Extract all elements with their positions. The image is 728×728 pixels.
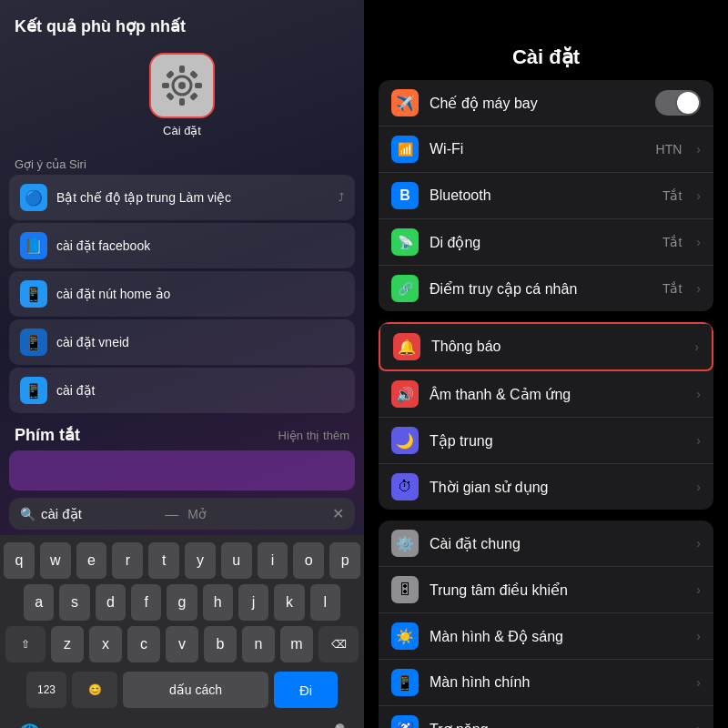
airplane-row[interactable]: ✈️ Chế độ máy bay [379,80,713,126]
focus-arrow: › [696,433,701,448]
key-u[interactable]: u [221,542,252,579]
key-h[interactable]: h [203,584,233,621]
clear-icon[interactable]: ✕ [332,505,344,522]
general-row[interactable]: ⚙️ Cài đặt chung › [379,521,713,567]
key-p[interactable]: p [329,542,360,579]
key-b[interactable]: b [204,626,237,662]
key-m[interactable]: m [280,626,313,662]
delete-key[interactable]: ⌫ [318,626,359,662]
key-j[interactable]: j [238,584,268,621]
focus-label: Tập trung [430,432,685,450]
suggestion-text-1: cài đặt facebook [56,238,344,253]
suggestion-icon-2: 📱 [20,280,47,308]
numbers-key[interactable]: 123 [26,672,66,708]
key-i[interactable]: i [258,542,288,579]
key-n[interactable]: n [242,626,275,662]
mobile-arrow: › [696,235,701,249]
notifications-section: 🔔 Thông báo › 🔊 Âm thanh & Cảm ứng › 🌙 T… [379,322,713,510]
wifi-value: HTN [656,142,682,157]
suggestion-icon-0: 🔵 [20,184,47,211]
suggestion-icon-4: 📱 [20,377,47,404]
search-bar[interactable]: 🔍 cài đặt — Mở ✕ [9,498,355,530]
control-icon: 🎛 [391,576,419,603]
notifications-row[interactable]: 🔔 Thông báo › [379,322,713,371]
sounds-row[interactable]: 🔊 Âm thanh & Cảm ứng › [379,371,713,418]
key-y[interactable]: y [185,542,216,579]
suggestion-item-3[interactable]: 📱 cài đặt vneid [9,319,355,365]
accessibility-arrow: › [696,722,701,728]
control-label: Trung tâm điều khiển [430,581,685,599]
key-x[interactable]: x [89,626,122,662]
hotspot-label: Điểm truy cập cá nhân [430,280,652,298]
screentime-row[interactable]: ⏱ Thời gian sử dụng › [379,464,713,510]
accessibility-icon: ♿ [391,715,419,728]
screentime-label: Thời gian sử dụng [430,479,685,496]
mobile-row[interactable]: 📡 Di động Tắt › [379,219,713,266]
settings-app-icon[interactable] [149,53,215,118]
key-e[interactable]: e [76,542,107,579]
keyboard-row-3: ⇧ z x c v b n m ⌫ [4,626,360,662]
suggestion-item-4[interactable]: 📱 cài đặt [9,368,355,413]
control-row[interactable]: 🎛 Trung tâm điều khiển › [379,567,713,613]
mic-icon[interactable]: 🎤 [323,723,346,728]
display-icon: ☀️ [391,622,419,650]
sounds-arrow: › [696,387,701,401]
suggestion-item-1[interactable]: 📘 cài đặt facebook [9,223,355,268]
left-panel: Kết quả phù hợp nhất [0,0,364,728]
wifi-arrow: › [696,142,701,157]
emoji-key[interactable]: 😊 [72,672,117,708]
key-l[interactable]: l [310,584,340,621]
key-z[interactable]: z [51,626,84,662]
key-w[interactable]: w [40,542,71,579]
key-s[interactable]: s [59,584,89,621]
airplane-label: Chế độ máy bay [430,95,644,112]
hotspot-row[interactable]: 🔗 Điểm truy cập cá nhân Tắt › [379,266,713,311]
best-result-item[interactable]: Cài đặt [0,44,364,150]
svg-point-2 [178,82,186,89]
accessibility-row[interactable]: ♿ Trợ năng › [379,706,713,728]
display-label: Màn hình & Độ sáng [430,628,685,645]
key-k[interactable]: k [274,584,304,621]
globe-icon[interactable]: 🌐 [18,723,41,728]
homescreen-row[interactable]: 📱 Màn hình chính › [379,660,713,706]
hotspot-icon: 🔗 [391,275,419,302]
wifi-row[interactable]: 📶 Wi-Fi HTN › [379,126,713,173]
display-row[interactable]: ☀️ Màn hình & Độ sáng › [379,613,713,660]
key-g[interactable]: g [167,584,197,621]
key-t[interactable]: t [148,542,179,579]
shift-key[interactable]: ⇧ [5,626,46,662]
suggestion-arrow-0: ⤴ [339,191,344,204]
shortcuts-item[interactable] [9,450,355,490]
suggestion-item-0[interactable]: 🔵 Bật chế độ tập trung Làm việc ⤴ [9,175,355,220]
general-arrow: › [696,536,701,551]
general-label: Cài đặt chung [430,535,685,552]
general-section: ⚙️ Cài đặt chung › 🎛 Trung tâm điều khiể… [379,521,713,728]
settings-title: Cài đặt [364,0,728,80]
airplane-toggle[interactable] [655,90,701,116]
key-v[interactable]: v [166,626,198,662]
key-r[interactable]: r [112,542,143,579]
space-key[interactable]: dấu cách [123,672,268,708]
key-a[interactable]: a [24,584,54,621]
go-key[interactable]: Đi [274,672,338,708]
focus-row[interactable]: 🌙 Tập trung › [379,418,713,464]
shortcuts-header: Phím tắt Hiện thị thêm [0,416,364,450]
keyboard-row-1: q w e r t y u i o p [4,542,360,579]
suggestion-item-2[interactable]: 📱 cài đặt nút home ảo [9,271,355,317]
suggestion-text-0: Bật chế độ tập trung Làm việc [56,190,329,205]
search-text: cài đặt [41,506,156,522]
homescreen-arrow: › [696,675,701,690]
key-q[interactable]: q [4,542,35,579]
key-o[interactable]: o [293,542,324,579]
key-d[interactable]: d [96,584,126,621]
shortcuts-more[interactable]: Hiện thị thêm [278,429,349,442]
svg-rect-6 [195,83,202,88]
bluetooth-arrow: › [696,188,701,203]
bluetooth-row[interactable]: B Bluetooth Tắt › [379,173,713,219]
mobile-icon: 📡 [391,228,419,256]
search-action: Mở [187,507,207,521]
key-f[interactable]: f [131,584,161,621]
svg-rect-3 [179,66,185,73]
bluetooth-label: Bluetooth [430,187,652,204]
key-c[interactable]: c [127,626,160,662]
